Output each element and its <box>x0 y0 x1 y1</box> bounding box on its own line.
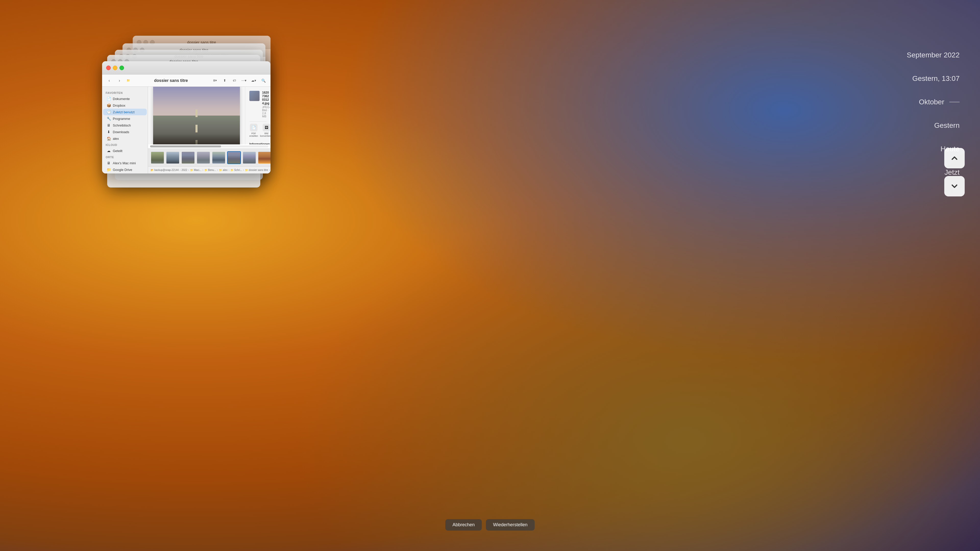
cancel-button[interactable]: Abbrechen <box>445 519 482 530</box>
share-btn[interactable]: ⬆ <box>221 77 229 84</box>
zuletzt-icon: 🕐 <box>107 110 111 114</box>
timeline-label-gestern2: Gestern <box>934 121 959 130</box>
view-options-btn[interactable]: ⊞▾ <box>211 77 219 84</box>
thumbnail-4[interactable] <box>197 151 210 164</box>
sidebar-item-zuletzt[interactable]: 🕐 Zuletzt benutzt <box>103 109 147 115</box>
convert-icon: 🖼 <box>262 124 270 131</box>
sidebar-label-alex: alex <box>113 137 119 141</box>
search-btn[interactable]: 🔍 <box>259 77 267 84</box>
schreibtisch-icon: 🖥 <box>107 123 111 127</box>
thumbnail-6[interactable] <box>227 151 241 164</box>
quick-action-pdf[interactable]: 📄 PDF erstellen <box>249 124 258 137</box>
scroll-down-button[interactable] <box>944 176 965 197</box>
toolbar-main: ‹ › 📁 dossier sans titre ⊞▾ ⬆ 🏷 ⋯▾ ☁▾ 🔍 <box>102 75 270 87</box>
more-btn[interactable]: ⋯▾ <box>240 77 248 84</box>
scrollbar-thumb[interactable] <box>150 145 221 148</box>
timeline-line <box>950 102 959 102</box>
sidebar-item-googledrive[interactable]: 📁 Google Drive <box>103 166 147 173</box>
sidebar-section-icloud: iCloud <box>102 142 148 148</box>
timeline-entry: Gestern <box>907 121 959 130</box>
statusbar-item-1: 2022 <box>181 168 187 171</box>
file-header: 1620736203124.jpg JPEG-Bild · 2,8 MB <box>249 91 266 118</box>
file-preview <box>148 87 245 144</box>
pdf-label: PDF erstellen <box>249 132 258 137</box>
sidebar-item-alex[interactable]: 🏠 alex <box>103 135 147 142</box>
sidebar-label-dropbox: Dropbox <box>113 103 125 107</box>
restore-button[interactable]: Wiederherstellen <box>486 519 535 530</box>
thumbnail-2[interactable] <box>166 151 180 164</box>
downloads-icon: ⬇ <box>107 130 111 134</box>
preview-image <box>153 87 240 144</box>
thumbnail-3[interactable] <box>181 151 195 164</box>
programme-icon: 🔧 <box>107 117 111 121</box>
sidebar-item-programme[interactable]: 🔧 Programme <box>103 115 147 122</box>
thumbnail-5[interactable] <box>212 151 226 164</box>
icloud-btn[interactable]: ☁▾ <box>250 77 258 84</box>
geteilt-icon: ☁ <box>107 149 111 153</box>
tag-btn[interactable]: 🏷 <box>230 77 239 84</box>
sidebar: Favoriten 📄 Dokumente 📦 Dropbox 🕐 Zuletz… <box>102 87 148 173</box>
preview-area: 1620736203124.jpg JPEG-Bild · 2,8 MB 📄 P… <box>148 87 270 144</box>
road-scene <box>153 87 240 144</box>
file-type: JPEG-Bild · 2,8 MB <box>262 106 270 118</box>
sidebar-label-geteilt: Geteilt <box>113 149 123 153</box>
finder-window-main: ‹ › 📁 dossier sans titre ⊞▾ ⬆ 🏷 ⋯▾ ☁▾ 🔍 … <box>102 61 270 173</box>
sidebar-item-dokumente[interactable]: 📄 Dokumente <box>103 95 147 102</box>
statusbar-item-0: 📂 backup@snap-22144 <box>151 168 179 171</box>
sidebar-item-downloads[interactable]: ⬇ Downloads <box>103 129 147 135</box>
info-panel: 1620736203124.jpg JPEG-Bild · 2,8 MB 📄 P… <box>245 87 270 144</box>
statusbar-item-3: 📁 Benu... <box>204 168 216 171</box>
sidebar-item-dropbox[interactable]: 📦 Dropbox <box>103 102 147 109</box>
traffic-light-maximize[interactable] <box>119 65 124 70</box>
traffic-light-close[interactable] <box>106 65 111 70</box>
scrollbar-track <box>150 145 269 148</box>
content-area: 1620736203124.jpg JPEG-Bild · 2,8 MB 📄 P… <box>148 87 270 173</box>
chevron-up-icon <box>950 154 959 163</box>
dropbox-icon: 📦 <box>107 103 111 107</box>
titlebar-main <box>102 61 270 75</box>
timeline-entry: Jetzt <box>907 168 959 176</box>
info-section: Informationen Erstellt 13. Oktober 2022 … <box>249 142 266 144</box>
file-meta: 1620736203124.jpg JPEG-Bild · 2,8 MB <box>262 91 270 118</box>
quick-action-convert[interactable]: 🖼 Bild konvertieren <box>260 124 270 137</box>
statusbar-item-6: 📁 dossier sans titre <box>245 168 268 171</box>
sidebar-label-programme: Programme <box>113 117 130 121</box>
timeline-entry: Gestern, 13:07 <box>907 75 959 83</box>
action-buttons: Abbrechen Wiederherstellen <box>445 519 535 530</box>
thumbnail-1[interactable] <box>151 151 164 164</box>
thumbnail-8[interactable] <box>258 151 270 164</box>
timeline-label-okt: Oktober <box>919 98 944 106</box>
back-button[interactable]: ‹ <box>105 77 113 84</box>
convert-label: Bild konvertieren <box>260 132 270 137</box>
thumbnail-7[interactable] <box>242 151 256 164</box>
timeline-entry: September 2022 <box>907 51 959 59</box>
macmini-icon: 🖥 <box>107 161 111 165</box>
sidebar-item-geteilt[interactable]: ☁ Geteilt <box>103 148 147 154</box>
forward-button[interactable]: › <box>115 77 124 84</box>
scroll-up-button[interactable] <box>944 148 965 168</box>
dashboard <box>153 134 240 144</box>
statusbar-item-2: 📁 Maci... <box>190 168 201 171</box>
traffic-light-minimize[interactable] <box>113 65 118 70</box>
file-name: 1620736203124.jpg <box>262 91 270 105</box>
sidebar-item-sdcard[interactable]: 💾 SD card <box>103 173 147 173</box>
sidebar-section-favoriten: Favoriten <box>102 90 148 95</box>
googledrive-icon: 📁 <box>107 168 111 171</box>
statusbar: 📂 backup@snap-22144 › 2022 › 📁 Maci... ›… <box>148 166 270 173</box>
statusbar-item-5: 📁 Schri... <box>231 168 242 171</box>
sidebar-item-schreibtisch[interactable]: 🖥 Schreibtisch <box>103 122 147 129</box>
alex-icon: 🏠 <box>107 137 111 141</box>
sidebar-item-macmini[interactable]: 🖥 Alex's Mac mini <box>103 160 147 166</box>
sidebar-label-macmini: Alex's Mac mini <box>113 161 136 165</box>
toolbar-folder-title: dossier sans titre <box>133 78 209 83</box>
sidebar-section-orte: Orte <box>102 154 148 160</box>
timeline-label-gestern1: Gestern, 13:07 <box>912 75 959 83</box>
toolbar-actions: ⊞▾ ⬆ 🏷 ⋯▾ ☁▾ 🔍 <box>211 77 267 84</box>
quick-actions: 📄 PDF erstellen 🖼 Bild konvertieren ⋯ Me… <box>249 121 266 139</box>
file-thumbnail <box>249 91 259 101</box>
timeline-label-jetzt: Jetzt <box>945 168 959 176</box>
timeline-entry: Oktober <box>907 98 959 106</box>
dokumente-icon: 📄 <box>107 97 111 101</box>
sidebar-label-googledrive: Google Drive <box>113 168 132 171</box>
sidebar-label-zuletzt: Zuletzt benutzt <box>113 110 135 114</box>
